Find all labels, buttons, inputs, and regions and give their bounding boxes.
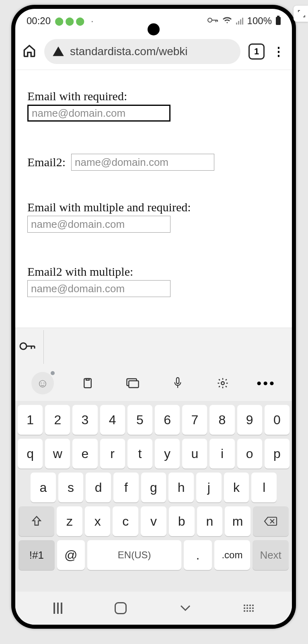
next-key[interactable]: Next [253,540,289,570]
clipboard-button[interactable] [76,372,99,394]
dotcom-key[interactable]: .com [214,540,251,570]
key-m[interactable]: m [225,506,251,536]
key-y[interactable]: y [155,439,180,469]
vpn-key-icon [207,15,218,27]
battery-icon [276,17,281,25]
key-v[interactable]: v [141,506,166,536]
key-z[interactable]: z [57,506,82,536]
key-1[interactable]: 1 [18,405,43,435]
period-key[interactable]: . [184,540,211,570]
keyboard-row-2: q w e r t y u i o p [18,439,290,469]
url-bar[interactable]: standardista.com/webki [44,39,240,64]
key-4[interactable]: 4 [100,405,125,435]
field1-input[interactable] [27,105,170,122]
svg-point-6 [221,382,224,385]
shift-key[interactable] [18,506,54,536]
field4-label: Email2 with multiple: [27,265,280,279]
at-key[interactable]: @ [57,540,85,570]
home-icon[interactable] [23,44,36,59]
key-d[interactable]: d [86,473,111,502]
key-7[interactable]: 7 [182,405,207,435]
emoji-button[interactable]: ☺ [31,372,54,394]
field3-label: Email with multiple and required: [27,200,280,214]
symbols-key[interactable]: !#1 [18,540,55,570]
key-e[interactable]: e [72,439,97,469]
key-g[interactable]: g [141,473,166,502]
key-u[interactable]: u [182,439,207,469]
key-5[interactable]: 5 [127,405,152,435]
key-x[interactable]: x [85,506,111,536]
key-k[interactable]: k [224,473,249,502]
keyboard-row-1: 1 2 3 4 5 6 7 8 9 0 [18,405,290,435]
key-w[interactable]: w [45,439,70,469]
wifi-icon [222,15,232,27]
key-c[interactable]: c [113,506,138,536]
field2-label: Email2: [27,155,66,169]
not-secure-icon [52,45,64,58]
key-8[interactable]: 8 [209,405,234,435]
divider [43,330,44,364]
key-l[interactable]: l [251,473,277,502]
field1-label: Email with required: [27,89,280,103]
system-nav-bar [15,592,292,625]
key-j[interactable]: j [196,473,222,502]
space-key[interactable]: EN(US) [87,540,182,570]
on-screen-keyboard: 1 2 3 4 5 6 7 8 9 0 q w e r t y u i o [15,401,292,592]
key-a[interactable]: a [31,473,56,502]
field4-input[interactable] [27,280,170,297]
nav-keyboard-switch-button[interactable] [244,605,254,612]
nav-recent-button[interactable] [53,603,62,614]
tabs-count: 1 [254,46,259,57]
status-time: 00:20 [27,15,51,27]
scroll-crop-icon [294,6,308,22]
keyboard-toolbar: ☺ ••• [15,365,292,401]
settings-button[interactable] [211,372,234,394]
key-9[interactable]: 9 [237,405,262,435]
browser-toolbar: standardista.com/webki 1 ⋮ [15,33,292,70]
keyboard-suggestion-strip [15,328,292,365]
tabs-button[interactable]: 1 [248,43,265,60]
key-2[interactable]: 2 [45,405,70,435]
keyboard-more-button[interactable]: ••• [257,376,276,391]
svg-point-1 [20,343,27,349]
key-o[interactable]: o [237,439,262,469]
key-s[interactable]: s [58,473,84,502]
key-q[interactable]: q [18,439,43,469]
svg-point-0 [208,18,212,22]
signal-icon [236,17,243,25]
android-app-icons: ⬤⬤⬤ [55,16,84,26]
key-6[interactable]: 6 [155,405,180,435]
password-key-icon[interactable] [19,339,35,355]
key-p[interactable]: p [265,439,290,469]
field2-input[interactable] [71,154,214,171]
svg-rect-4 [129,381,138,388]
key-r[interactable]: r [100,439,125,469]
key-0[interactable]: 0 [265,405,290,435]
key-b[interactable]: b [169,506,195,536]
nav-home-button[interactable] [115,602,127,614]
key-h[interactable]: h [168,473,194,502]
key-t[interactable]: t [127,439,152,469]
key-f[interactable]: f [113,473,139,502]
voice-input-button[interactable] [166,372,189,394]
keyboard-mode-button[interactable] [121,372,144,394]
keyboard-row-5: !#1 @ EN(US) . .com Next [18,540,290,570]
keyboard-row-3: a s d f g h j k l [18,473,290,502]
key-3[interactable]: 3 [72,405,97,435]
svg-rect-5 [177,378,179,384]
key-i[interactable]: i [209,439,234,469]
backspace-key[interactable] [253,506,289,536]
nav-back-button[interactable] [179,601,191,615]
overflow-menu-icon[interactable]: ⋮ [273,44,285,58]
keyboard-row-4: z x c v b n m [18,506,290,536]
url-text: standardista.com/webki [70,45,188,58]
field3-input[interactable] [27,216,170,233]
page-content: Email with required: Email2: Email with … [15,70,292,305]
camera-hole [148,23,160,35]
status-more-dot: · [91,15,94,27]
battery-text: 100% [247,15,272,27]
key-n[interactable]: n [197,506,223,536]
